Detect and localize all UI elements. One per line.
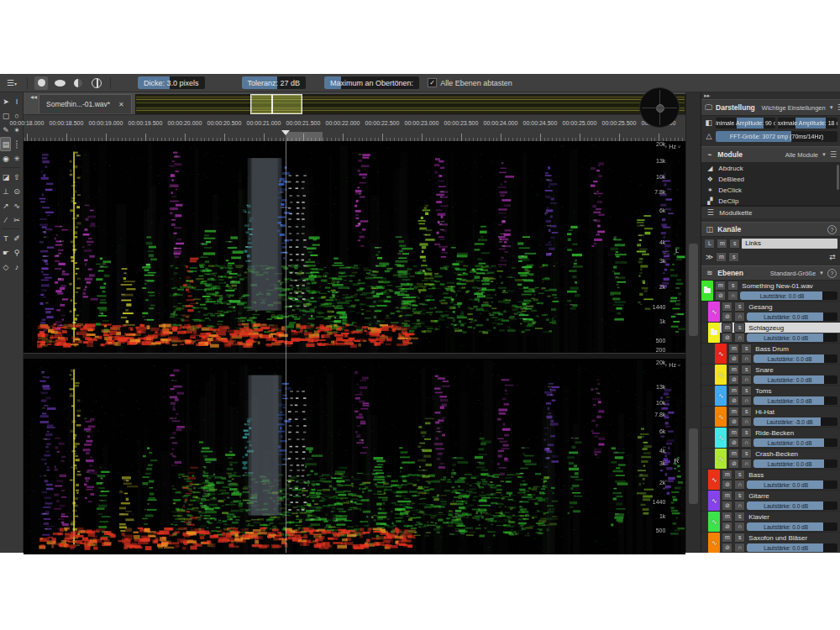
mute-button[interactable]: m	[728, 428, 739, 438]
solo-button[interactable]: s	[734, 491, 745, 501]
layer-row[interactable]: ∿msToms⊘∩Lautstärke: 0.0 dB	[701, 386, 840, 406]
display-mode-phase[interactable]	[90, 76, 103, 90]
mute-button[interactable]: m	[722, 512, 732, 522]
layer-row[interactable]: ∿msKlavier⊘∩Lautstärke: 0.0 dB	[701, 512, 840, 532]
solo-button[interactable]: s	[734, 512, 745, 522]
layer-color-swatch[interactable]: ∿	[708, 533, 720, 553]
layer-name[interactable]: Crash-Becken	[753, 450, 838, 458]
transform-tool-icon[interactable]: ↗	[0, 198, 11, 213]
fade-button[interactable]: ∩	[741, 459, 752, 469]
solo-button[interactable]: s	[729, 239, 740, 249]
downmix-icon[interactable]: ≫	[704, 253, 714, 261]
channel-select-button[interactable]: L	[704, 239, 715, 249]
layer-row[interactable]: ∿msGesang⊘∩Lautstärke: 0.0 dB	[701, 302, 840, 322]
frequency-selection-tool-icon[interactable]: ┊	[11, 137, 22, 151]
layer-color-swatch[interactable]: ∿	[708, 491, 720, 511]
module-chain-row[interactable]: ☰ Modulkette	[701, 206, 840, 218]
bypass-button[interactable]: ⊘	[722, 312, 732, 322]
layer-color-swatch[interactable]: ∿	[715, 428, 727, 448]
layer-size-dropdown[interactable]: Standard-Größe	[770, 270, 816, 277]
display-mode-contrast[interactable]	[71, 76, 85, 90]
layer-row[interactable]: msSchlagzeug⊘∩Lautstärke: 0.0 dB	[701, 323, 840, 343]
bypass-button[interactable]: ⊘	[722, 543, 732, 553]
scrollbar-handle[interactable]	[689, 428, 698, 504]
solo-button[interactable]: s	[741, 365, 752, 375]
zoom-tool-icon[interactable]: ⚲	[11, 245, 22, 260]
spectrogram-canvas-left[interactable]	[24, 141, 685, 353]
layer-name[interactable]: Saxofon und Bläser	[747, 534, 838, 542]
layer-row[interactable]: ∿msSnare⊘∩Lautstärke: 0.0 dB	[701, 365, 840, 385]
layer-name[interactable]: Something New-01.wav	[740, 282, 838, 290]
layer-name[interactable]: Hi-Hat	[753, 408, 838, 416]
menu-icon[interactable]: ☰▾	[3, 77, 20, 89]
bypass-button[interactable]: ⊘	[728, 417, 739, 427]
fade-button[interactable]: ∩	[741, 396, 752, 406]
volume-slider[interactable]: Lautstärke: 0.0 dB	[753, 438, 837, 447]
knife-tool-icon[interactable]: ✂	[11, 213, 22, 227]
display-mode-filled-circle[interactable]	[34, 76, 48, 90]
mute-button[interactable]: m	[717, 239, 727, 249]
volume-slider[interactable]: Lautstärke: 0.0 dB	[753, 459, 837, 468]
fade-button[interactable]: ∩	[741, 417, 752, 427]
document-tab[interactable]: Somethin...-01.wav* ✕	[39, 94, 132, 113]
bypass-button[interactable]: ⊘	[728, 438, 739, 448]
display-mode-ellipse[interactable]	[53, 76, 66, 90]
volume-slider[interactable]: Lautstärke: 0.0 dB	[747, 312, 837, 321]
mute-button[interactable]: m	[728, 344, 739, 354]
layer-row[interactable]: ∿msCrash-Becken⊘∩Lautstärke: 0.0 dB	[701, 449, 840, 469]
volume-slider[interactable]: Lautstärke: 0.0 dB	[747, 501, 837, 510]
layer-name[interactable]: Toms	[753, 387, 838, 395]
mute-button[interactable]: m	[722, 323, 732, 333]
overview-navigator[interactable]	[135, 94, 686, 114]
solo-button[interactable]: s	[741, 386, 752, 396]
display-section-header[interactable]: 🖵 Darstellung Wichtige Einstellungen ▼ ☰	[701, 99, 840, 116]
layer-name[interactable]: Schlagzeug	[747, 324, 838, 332]
solo-button[interactable]: s	[734, 533, 745, 543]
move-tool-icon[interactable]: ➤	[0, 94, 11, 108]
fade-button[interactable]: ∩	[734, 480, 745, 490]
spectrogram-view[interactable]: ˅ Hz ˅ L 20k13k10k7.8k6k4k3k2k14401k5002…	[24, 141, 685, 553]
layer-color-swatch[interactable]: ∿	[708, 512, 720, 532]
playback-tool-icon[interactable]: ♪	[11, 260, 22, 274]
solo-button[interactable]: s	[734, 470, 745, 480]
channel-master-row[interactable]: ≫ m s ⇄	[701, 250, 840, 264]
bypass-button[interactable]: ⊘	[722, 333, 732, 343]
display-preset-dropdown[interactable]: Wichtige Einstellungen	[762, 104, 826, 112]
fade-button[interactable]: ∩	[734, 522, 745, 532]
solo-button[interactable]: s	[727, 281, 738, 291]
bypass-button[interactable]: ⊘	[715, 291, 726, 301]
text-tool-icon[interactable]: T	[0, 231, 11, 245]
solo-button[interactable]: s	[741, 344, 752, 354]
spectrogram-channel-right[interactable]: ˅ Hz ˅ R 20k13k10k7.8k6k4k3k2k14401k500	[24, 360, 685, 554]
volume-slider[interactable]: Lautstärke: 0.0 dB	[747, 522, 837, 531]
fft-size-widget[interactable]: FFT-Größe: 3072 smp (70ms/14Hz)	[716, 131, 837, 142]
layer-name[interactable]: Ride-Becken	[753, 429, 838, 437]
mute-button[interactable]: m	[715, 281, 726, 291]
picker-tool-icon[interactable]: ✐	[11, 231, 22, 245]
layer-color-swatch[interactable]: ∿	[715, 386, 727, 406]
channel-divider[interactable]	[24, 353, 685, 360]
help-icon[interactable]: ?	[827, 269, 837, 278]
sample-all-layers-checkbox[interactable]: ✓ Alle Ebenen abtasten	[428, 78, 512, 87]
flare-tool-icon[interactable]: ◉	[0, 151, 11, 165]
tolerance-widget[interactable]: Toleranz: 27 dB	[242, 76, 307, 89]
scrollbar-handle[interactable]	[689, 244, 698, 336]
volume-slider[interactable]: Lautstärke: 0.0 dB	[747, 543, 837, 552]
mute-button[interactable]: m	[716, 252, 727, 262]
layer-row[interactable]: ∿msBass Drum⊘∩Lautstärke: 0.0 dB	[701, 344, 840, 364]
tab-scroll-icon[interactable]: ◂◂	[24, 92, 39, 114]
fade-button[interactable]: ∩	[734, 543, 745, 553]
curve-tool-icon[interactable]: ∿	[11, 198, 22, 213]
volume-slider[interactable]: Lautstärke: 0.0 dB	[753, 396, 837, 405]
layer-row[interactable]: ∿msBass⊘∩Lautstärke: 0.0 dB	[701, 470, 840, 490]
solo-button[interactable]: s	[741, 428, 752, 438]
min-amplitude-widget[interactable]: Minimale Amplitude: 90 dB	[716, 118, 775, 129]
fade-button[interactable]: ∩	[741, 438, 752, 448]
spot-tool-icon[interactable]: ✳	[11, 151, 22, 165]
solo-button[interactable]: s	[734, 302, 745, 312]
layer-name[interactable]: Snare	[753, 366, 838, 374]
spectrogram-canvas-right[interactable]	[24, 360, 685, 554]
mute-button[interactable]: m	[722, 491, 732, 501]
layer-color-swatch[interactable]	[708, 323, 720, 343]
bypass-button[interactable]: ⊘	[722, 501, 732, 511]
